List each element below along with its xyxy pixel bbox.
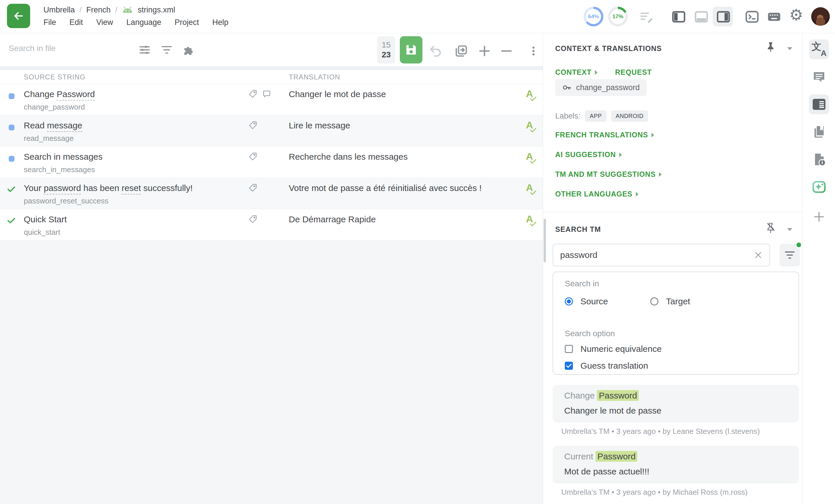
filter-strings-icon[interactable] xyxy=(161,45,172,55)
editor-toolbar: Search in file 15 23 xyxy=(0,33,543,66)
file-info-tab-icon[interactable] xyxy=(809,150,829,169)
filter-settings-icon[interactable] xyxy=(139,44,151,56)
section-french-translations[interactable]: FRENCH TRANSLATIONS xyxy=(555,131,654,139)
chevron-right-icon xyxy=(619,152,622,157)
chevron-down-icon[interactable] xyxy=(787,228,792,231)
tm-result-card[interactable]: Current Password Mot de passe actuel!!! xyxy=(553,446,799,483)
breadcrumb-project[interactable]: Umbrella xyxy=(43,5,75,15)
tm-result-source: Current Password xyxy=(564,451,637,461)
string-position-counter[interactable]: 15 23 xyxy=(377,36,395,63)
toolbar-table-gap xyxy=(0,66,543,70)
approved-progress-ring[interactable]: 17% xyxy=(608,7,628,26)
unpin-icon[interactable] xyxy=(766,222,776,234)
tm-result-translation: Mot de passe actuel!!! xyxy=(564,467,649,477)
counter-total: 23 xyxy=(382,50,390,60)
menu-language[interactable]: Language xyxy=(126,18,161,27)
highlighted-match: Password xyxy=(597,390,639,401)
tm-result-meta: Umbrella's TM • 3 years ago • by Leane S… xyxy=(561,427,760,436)
translation-text: Changer le mot de passe xyxy=(289,89,386,99)
context-link[interactable]: CONTEXT xyxy=(555,68,597,77)
section-tm-mt-suggestions[interactable]: TM AND MT SUGGESTIONS xyxy=(555,170,661,178)
approved-status-icon xyxy=(7,217,16,226)
target-radio[interactable] xyxy=(650,297,658,306)
approve-translation-icon[interactable]: A xyxy=(524,120,538,134)
console-icon[interactable] xyxy=(745,10,759,24)
breadcrumb-file[interactable]: strings.xml xyxy=(138,5,175,15)
copy-source-icon[interactable] xyxy=(455,44,468,58)
plugins-puzzle-icon[interactable] xyxy=(182,43,196,57)
search-in-file-input[interactable]: Search in file xyxy=(9,44,56,53)
source-string: Your password has been reset successfull… xyxy=(24,183,193,193)
counter-current: 15 xyxy=(382,40,390,50)
translation-text: Recherche dans les messages xyxy=(289,152,408,162)
menu-file[interactable]: File xyxy=(43,18,56,27)
table-row[interactable]: Your password has been reset successfull… xyxy=(0,178,543,209)
keyboard-shortcuts-icon[interactable] xyxy=(767,10,781,24)
right-icon-rail: 文A xyxy=(802,33,835,504)
tm-result-source: Change Password xyxy=(564,391,639,401)
translated-progress-ring[interactable]: 64% xyxy=(584,7,603,26)
translated-status-icon xyxy=(9,156,15,162)
guess-translation-label[interactable]: Guess translation xyxy=(581,361,648,371)
numeric-equivalence-label[interactable]: Numeric equivalence xyxy=(581,344,661,354)
undo-icon[interactable] xyxy=(429,45,443,57)
back-button[interactable] xyxy=(7,4,30,28)
table-row[interactable]: Quick Start quick_start De Démarrage Rap… xyxy=(0,209,543,240)
labels-caption: Labels: xyxy=(555,111,581,121)
tag-icon xyxy=(248,152,258,162)
section-ai-suggestion[interactable]: AI SUGGESTION xyxy=(555,150,622,159)
menu-help[interactable]: Help xyxy=(212,18,228,27)
approve-translation-icon[interactable]: A xyxy=(524,88,538,103)
menu-project[interactable]: Project xyxy=(175,18,199,27)
target-radio-label[interactable]: Target xyxy=(666,296,690,306)
comments-tab-icon[interactable] xyxy=(809,67,829,87)
pin-icon[interactable] xyxy=(766,41,776,54)
breadcrumb-language[interactable]: French xyxy=(86,5,111,15)
source-radio-label[interactable]: Source xyxy=(581,296,608,306)
tm-result-card[interactable]: Change Password Changer le mot de passe xyxy=(553,385,799,423)
request-context-link[interactable]: REQUEST xyxy=(615,68,652,77)
table-row[interactable]: Search in messages search_in_messages Re… xyxy=(0,147,543,178)
source-radio[interactable] xyxy=(565,297,573,306)
table-row[interactable]: Change Password change_password Changer … xyxy=(0,84,543,115)
approve-translation-icon[interactable]: A xyxy=(524,213,538,228)
context-link-row: CONTEXT REQUEST xyxy=(555,68,652,77)
chevron-down-icon[interactable] xyxy=(787,47,792,50)
proofread-notes-icon[interactable] xyxy=(639,9,654,24)
approve-translation-icon[interactable]: A xyxy=(524,151,538,166)
panel-scrollbar-thumb[interactable] xyxy=(544,219,546,262)
add-panel-icon[interactable] xyxy=(809,207,829,227)
section-other-languages[interactable]: OTHER LANGUAGES xyxy=(555,190,638,198)
save-button[interactable] xyxy=(400,36,423,63)
bottom-panel-layout-icon[interactable] xyxy=(695,11,708,23)
more-options-kebab-icon[interactable] xyxy=(528,44,539,58)
tm-search-options-card: Search in Source Target Search option Nu… xyxy=(553,272,799,375)
approve-translation-icon[interactable]: A xyxy=(524,182,538,197)
menu-edit[interactable]: Edit xyxy=(69,18,83,27)
context-panel-tab-icon[interactable] xyxy=(809,94,829,114)
increase-font-icon[interactable] xyxy=(478,45,491,57)
numeric-equivalence-checkbox[interactable] xyxy=(565,345,573,353)
chevron-right-icon xyxy=(595,70,597,75)
settings-gear-icon[interactable]: ⚙ xyxy=(789,7,803,23)
translations-tab-icon[interactable]: 文A xyxy=(809,39,829,59)
tm-search-input[interactable]: password xyxy=(553,244,770,266)
string-key: read_message xyxy=(24,134,74,143)
table-row[interactable]: Read message read_message Lire le messag… xyxy=(0,115,543,147)
right-panel-layout-icon[interactable] xyxy=(717,11,730,23)
ai-assistant-tab-icon[interactable] xyxy=(809,177,829,197)
user-avatar[interactable] xyxy=(811,7,830,26)
string-key: change_password xyxy=(24,103,85,111)
tm-search-query: password xyxy=(560,250,754,260)
menu-view[interactable]: View xyxy=(96,18,113,27)
decrease-font-icon[interactable] xyxy=(501,45,513,57)
translation-text: Votre mot de passe a été réinitialisé av… xyxy=(289,183,482,193)
left-panel-layout-icon[interactable] xyxy=(672,11,686,23)
source-column-header: SOURCE STRING xyxy=(24,73,85,81)
android-icon xyxy=(122,6,133,14)
clear-search-icon[interactable] xyxy=(754,251,762,259)
terminology-tab-icon[interactable] xyxy=(809,122,829,142)
guess-translation-checkbox[interactable] xyxy=(565,362,573,370)
tm-filter-button[interactable] xyxy=(780,244,800,266)
translated-progress-value: 64% xyxy=(586,9,601,24)
